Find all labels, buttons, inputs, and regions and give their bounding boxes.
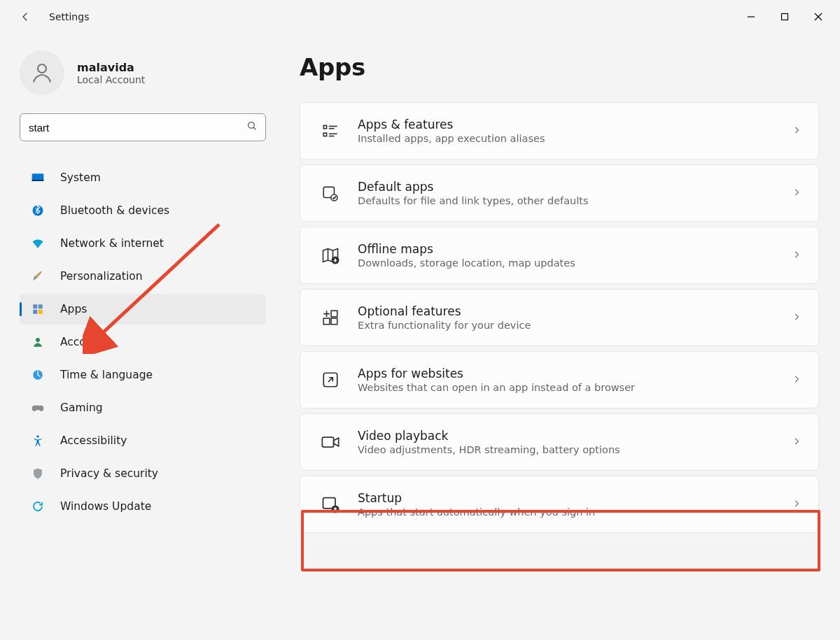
search-box bbox=[20, 113, 266, 141]
sidebar-item-gaming[interactable]: Gaming bbox=[20, 392, 266, 423]
bluetooth-icon bbox=[31, 204, 45, 218]
card-offline-maps[interactable]: Offline maps Downloads, storage location… bbox=[300, 227, 819, 284]
sidebar-item-label: System bbox=[60, 171, 101, 184]
sidebar-item-privacy[interactable]: Privacy & security bbox=[20, 458, 266, 489]
accessibility-icon bbox=[31, 434, 45, 448]
shield-icon bbox=[31, 467, 45, 481]
sidebar-item-accounts[interactable]: Accounts bbox=[20, 327, 266, 357]
svg-rect-20 bbox=[323, 133, 326, 136]
chevron-right-icon bbox=[792, 311, 802, 325]
sidebar-item-label: Bluetooth & devices bbox=[60, 204, 169, 217]
open-link-icon bbox=[317, 371, 344, 389]
account-block[interactable]: malavida Local Account bbox=[20, 50, 266, 95]
maximize-button[interactable] bbox=[769, 6, 801, 28]
svg-point-14 bbox=[36, 338, 40, 342]
chevron-right-icon bbox=[792, 498, 802, 511]
chevron-right-icon bbox=[792, 249, 802, 262]
svg-point-16 bbox=[36, 435, 38, 437]
card-title: Offline maps bbox=[358, 242, 792, 256]
svg-line-6 bbox=[253, 127, 255, 129]
svg-rect-12 bbox=[33, 310, 37, 314]
svg-rect-17 bbox=[323, 125, 326, 128]
card-subtitle: Downloads, storage location, map updates bbox=[358, 257, 792, 269]
card-subtitle: Video adjustments, HDR streaming, batter… bbox=[358, 444, 792, 455]
window-title: Settings bbox=[49, 11, 89, 22]
sidebar-item-label: Network & internet bbox=[60, 237, 164, 250]
sidebar: malavida Local Account System Blueto bbox=[0, 34, 266, 640]
card-startup[interactable]: Startup Apps that start automatically wh… bbox=[300, 476, 819, 533]
page-title: Apps bbox=[300, 53, 819, 81]
sidebar-item-label: Personalization bbox=[60, 270, 143, 283]
svg-rect-1 bbox=[782, 14, 788, 20]
card-apps-websites[interactable]: Apps for websites Websites that can open… bbox=[300, 351, 819, 408]
add-grid-icon bbox=[317, 308, 344, 327]
card-title: Video playback bbox=[358, 429, 792, 443]
person-icon bbox=[31, 335, 45, 349]
sidebar-item-apps[interactable]: Apps bbox=[20, 294, 266, 325]
card-default-apps[interactable]: Default apps Defaults for file and link … bbox=[300, 164, 819, 222]
chevron-right-icon bbox=[792, 374, 802, 387]
nav-list: System Bluetooth & devices Network & int… bbox=[20, 162, 266, 522]
sidebar-item-bluetooth[interactable]: Bluetooth & devices bbox=[20, 195, 266, 226]
card-subtitle: Apps that start automatically when you s… bbox=[358, 506, 792, 518]
main-content: Apps Apps & features Installed apps, app… bbox=[266, 34, 840, 640]
sidebar-item-network[interactable]: Network & internet bbox=[20, 228, 266, 259]
minimize-button[interactable] bbox=[735, 6, 767, 28]
map-download-icon bbox=[317, 246, 344, 265]
sidebar-item-label: Apps bbox=[60, 303, 87, 315]
card-title: Optional features bbox=[358, 304, 792, 318]
chevron-right-icon bbox=[792, 125, 802, 138]
gamepad-icon bbox=[31, 401, 45, 415]
card-title: Startup bbox=[358, 491, 792, 505]
avatar bbox=[20, 50, 64, 95]
svg-rect-28 bbox=[331, 311, 337, 317]
account-subtitle: Local Account bbox=[77, 74, 145, 85]
window-controls bbox=[735, 6, 834, 28]
apps-icon bbox=[31, 302, 45, 316]
sidebar-item-time[interactable]: Time & language bbox=[20, 360, 266, 390]
svg-point-4 bbox=[38, 64, 46, 73]
sidebar-item-label: Accounts bbox=[60, 336, 110, 348]
sidebar-item-update[interactable]: Windows Update bbox=[20, 491, 266, 522]
back-button[interactable] bbox=[14, 6, 36, 28]
chevron-right-icon bbox=[792, 187, 802, 200]
default-apps-icon bbox=[317, 184, 344, 202]
card-subtitle: Websites that can open in an app instead… bbox=[358, 382, 792, 393]
system-icon bbox=[31, 171, 45, 185]
card-apps-features[interactable]: Apps & features Installed apps, app exec… bbox=[300, 102, 819, 159]
card-optional-features[interactable]: Optional features Extra functionality fo… bbox=[300, 289, 819, 346]
titlebar: Settings bbox=[0, 0, 840, 34]
search-icon[interactable] bbox=[246, 120, 258, 134]
sidebar-item-label: Gaming bbox=[60, 401, 103, 414]
sidebar-item-personalization[interactable]: Personalization bbox=[20, 261, 266, 292]
account-name: malavida bbox=[77, 61, 145, 74]
svg-rect-11 bbox=[38, 304, 43, 308]
svg-rect-8 bbox=[32, 180, 44, 181]
card-video-playback[interactable]: Video playback Video adjustments, HDR st… bbox=[300, 413, 819, 471]
search-input[interactable] bbox=[20, 113, 266, 141]
sidebar-item-accessibility[interactable]: Accessibility bbox=[20, 425, 266, 456]
svg-rect-30 bbox=[322, 437, 333, 447]
svg-rect-26 bbox=[323, 318, 330, 325]
sidebar-item-label: Windows Update bbox=[60, 500, 151, 513]
sidebar-item-label: Time & language bbox=[60, 369, 153, 381]
brush-icon bbox=[31, 269, 45, 283]
sidebar-item-system[interactable]: System bbox=[20, 162, 266, 193]
svg-rect-10 bbox=[33, 304, 37, 308]
card-subtitle: Defaults for file and link types, other … bbox=[358, 195, 792, 206]
clock-globe-icon bbox=[31, 368, 45, 382]
list-icon bbox=[317, 122, 344, 140]
sidebar-item-label: Accessibility bbox=[60, 434, 127, 447]
sidebar-item-label: Privacy & security bbox=[60, 467, 158, 480]
close-button[interactable] bbox=[802, 6, 834, 28]
card-subtitle: Extra functionality for your device bbox=[358, 320, 792, 331]
svg-point-5 bbox=[248, 122, 255, 129]
chevron-right-icon bbox=[792, 436, 802, 449]
card-title: Default apps bbox=[358, 180, 792, 194]
video-icon bbox=[317, 432, 344, 452]
card-subtitle: Installed apps, app execution aliases bbox=[358, 133, 792, 144]
svg-point-9 bbox=[33, 206, 43, 216]
svg-rect-27 bbox=[331, 318, 337, 325]
update-icon bbox=[31, 499, 45, 513]
startup-icon bbox=[317, 495, 344, 514]
